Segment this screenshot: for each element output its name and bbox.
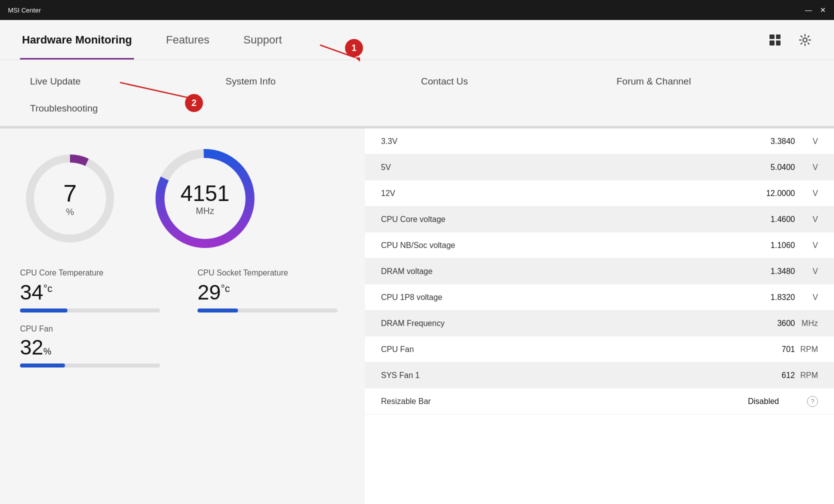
cpu-donut: 7 %: [20, 148, 120, 248]
metric-row: 12V12.0000V: [365, 180, 834, 206]
app-title: MSI Center: [8, 6, 41, 14]
metric-row: CPU Fan701RPM: [365, 336, 834, 362]
support-item-system-info[interactable]: System Info: [226, 72, 413, 91]
metric-value: Disabled: [739, 397, 779, 406]
metric-name: SYS Fan 1: [381, 371, 755, 380]
support-item-live-update[interactable]: Live Update: [30, 72, 218, 91]
metric-row: Resizable BarDisabled?: [365, 388, 834, 414]
gear-icon: [798, 34, 812, 46]
metric-name: CPU Fan: [381, 345, 755, 354]
metric-row: DRAM voltage1.3480V: [365, 258, 834, 284]
metric-unit: V: [798, 293, 818, 302]
metric-row: CPU NB/Soc voltage1.1060V: [365, 232, 834, 258]
metric-value: 612: [755, 371, 795, 380]
metric-name: CPU Core voltage: [381, 215, 755, 224]
metric-row: 3.3V3.3840V: [365, 128, 834, 154]
settings-button[interactable]: [796, 31, 814, 49]
metric-unit: MHz: [798, 319, 818, 328]
metric-value: 1.3480: [755, 267, 795, 276]
metric-value: 701: [755, 345, 795, 354]
annotation-2: 2: [185, 94, 203, 112]
metric-name: 12V: [381, 189, 755, 198]
metric-unit: V: [798, 137, 818, 146]
svg-point-0: [803, 38, 807, 42]
cpu-core-temp: CPU Core Temperature 34°c: [20, 268, 168, 312]
cpu-usage-gauge: 7 %: [20, 148, 120, 248]
temperature-section: CPU Core Temperature 34°c CPU Socket Tem…: [20, 268, 345, 312]
cpu-freq-gauge: 4151 MHz: [150, 144, 260, 254]
metric-name: 3.3V: [381, 137, 755, 146]
fan-bar-fill: [20, 364, 65, 368]
metric-value: 12.0000: [755, 189, 795, 198]
cpu-socket-temp-bar-fill: [198, 308, 238, 312]
metric-value: 1.1060: [755, 241, 795, 250]
main-nav: Hardware Monitoring Features Support: [0, 20, 834, 60]
grid-view-button[interactable]: [766, 31, 784, 49]
content-area: 7 %: [0, 128, 834, 504]
metric-name: 5V: [381, 163, 755, 172]
cpu-socket-temp-bar-bg: [198, 308, 338, 312]
metric-name: Resizable Bar: [381, 397, 739, 406]
help-icon[interactable]: ?: [807, 396, 818, 407]
metric-row: CPU Core voltage1.4600V: [365, 206, 834, 232]
metric-unit: V: [798, 267, 818, 276]
metric-unit: V: [798, 189, 818, 198]
support-item-contact-us[interactable]: Contact Us: [421, 72, 608, 91]
metric-value: 5.0400: [755, 163, 795, 172]
metric-value: 3.3840: [755, 137, 795, 146]
tab-support[interactable]: Support: [242, 20, 284, 60]
metric-value: 1.4600: [755, 215, 795, 224]
tab-hardware-monitoring[interactable]: Hardware Monitoring: [20, 20, 134, 60]
fan-section: CPU Fan 32%: [20, 324, 345, 368]
metric-unit: V: [798, 163, 818, 172]
support-item-forum-channel[interactable]: Forum & Channel: [616, 72, 804, 91]
title-bar: MSI Center — ✕: [0, 0, 834, 20]
gauges-row: 7 %: [20, 144, 345, 254]
freq-donut: 4151 MHz: [150, 144, 260, 254]
annotation-1: 1: [345, 39, 363, 57]
close-button[interactable]: ✕: [820, 6, 826, 14]
left-panel: 7 %: [0, 128, 365, 504]
nav-tabs: Hardware Monitoring Features Support: [20, 20, 284, 60]
title-bar-controls: — ✕: [805, 6, 826, 14]
metric-unit: RPM: [798, 371, 818, 380]
cpu-usage-value: 7 %: [64, 180, 77, 218]
metric-value: 3600: [755, 319, 795, 328]
tab-features[interactable]: Features: [164, 20, 212, 60]
metric-name: CPU 1P8 voltage: [381, 293, 755, 302]
metric-name: CPU NB/Soc voltage: [381, 241, 755, 250]
metric-row: 5V5.0400V: [365, 154, 834, 180]
support-menu: Live Update System Info Contact Us Forum…: [0, 60, 834, 126]
grid-icon: [770, 34, 780, 46]
freq-value: 4151 MHz: [180, 181, 230, 216]
cpu-core-temp-bar-fill: [20, 308, 68, 312]
metric-unit: V: [798, 215, 818, 224]
metric-name: DRAM Frequency: [381, 319, 755, 328]
cpu-core-temp-bar-bg: [20, 308, 160, 312]
right-panel: 3.3V3.3840V5V5.0400V12V12.0000VCPU Core …: [365, 128, 834, 504]
metric-row: DRAM Frequency3600MHz: [365, 310, 834, 336]
metric-name: DRAM voltage: [381, 267, 755, 276]
minimize-button[interactable]: —: [805, 6, 812, 14]
metrics-table: 3.3V3.3840V5V5.0400V12V12.0000VCPU Core …: [365, 128, 834, 414]
metric-unit: V: [798, 241, 818, 250]
metric-row: SYS Fan 1612RPM: [365, 362, 834, 388]
metric-value: 1.8320: [755, 293, 795, 302]
fan-bar-bg: [20, 364, 160, 368]
nav-icons: [766, 31, 814, 49]
cpu-socket-temp: CPU Socket Temperature 29°c: [198, 268, 345, 312]
metric-row: CPU 1P8 voltage1.8320V: [365, 284, 834, 310]
metric-unit: RPM: [798, 345, 818, 354]
